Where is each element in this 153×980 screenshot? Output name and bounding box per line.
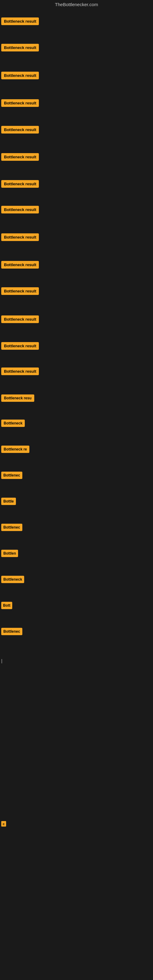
bottleneck-badge-15[interactable]: Bottleneck resu [1, 395, 34, 402]
list-item: Bottleneck result [1, 233, 39, 241]
bottleneck-badge-3[interactable]: Bottleneck result [1, 72, 39, 79]
bottleneck-badge-11[interactable]: Bottleneck result [1, 287, 39, 295]
bottleneck-badge-26[interactable]: c [1, 821, 6, 827]
list-item: Bottleneck result [1, 180, 39, 188]
bottleneck-badge-14[interactable]: Bottleneck result [1, 368, 39, 375]
bottleneck-badge-21[interactable]: Bottlen [1, 550, 18, 557]
cursor-indicator: | [1, 659, 2, 663]
list-item: Bottleneck re [1, 445, 29, 453]
bottleneck-badge-17[interactable]: Bottleneck re [1, 445, 29, 453]
list-item: Bott [1, 602, 12, 609]
list-item: Bottle [1, 498, 16, 505]
list-item: Bottleneck result [1, 44, 39, 51]
bottleneck-badge-7[interactable]: Bottleneck result [1, 180, 39, 188]
list-item: Bottleneck result [1, 342, 39, 350]
bottleneck-badge-9[interactable]: Bottleneck result [1, 233, 39, 241]
list-item: Bottlenec [1, 524, 22, 531]
list-item: Bottlenec [1, 628, 22, 635]
bottleneck-badge-12[interactable]: Bottleneck result [1, 315, 39, 323]
list-item: Bottleneck result [1, 153, 39, 161]
small-char-indicator: c [1, 821, 6, 827]
list-item: Bottleneck result [1, 368, 39, 375]
list-item: Bottleneck result [1, 99, 39, 107]
list-item: Bottleneck resu [1, 395, 34, 402]
bottleneck-badge-6[interactable]: Bottleneck result [1, 153, 39, 161]
bottleneck-badge-8[interactable]: Bottleneck result [1, 206, 39, 213]
list-item: Bottleneck [1, 576, 24, 583]
list-item: Bottlenec [1, 472, 22, 479]
site-title: TheBottlenecker.com [0, 0, 153, 9]
list-item: Bottleneck result [1, 72, 39, 79]
list-item: Bottleneck result [1, 261, 39, 269]
list-item: Bottleneck result [1, 126, 39, 134]
list-item: Bottleneck [1, 420, 25, 427]
bottleneck-badge-20[interactable]: Bottlenec [1, 524, 22, 531]
list-item: Bottleneck result [1, 18, 39, 25]
bottleneck-badge-1[interactable]: Bottleneck result [1, 18, 39, 25]
list-item: Bottleneck result [1, 287, 39, 295]
bottleneck-badge-18[interactable]: Bottlenec [1, 472, 22, 479]
bottleneck-badge-4[interactable]: Bottleneck result [1, 99, 39, 107]
bottleneck-badge-2[interactable]: Bottleneck result [1, 44, 39, 51]
bottleneck-badge-13[interactable]: Bottleneck result [1, 342, 39, 350]
bottleneck-badge-16[interactable]: Bottleneck [1, 420, 25, 427]
list-item: Bottleneck result [1, 315, 39, 323]
bottleneck-badge-5[interactable]: Bottleneck result [1, 126, 39, 134]
bottleneck-badge-23[interactable]: Bott [1, 602, 12, 609]
bottleneck-badge-22[interactable]: Bottleneck [1, 576, 24, 583]
bottleneck-badge-10[interactable]: Bottleneck result [1, 261, 39, 269]
list-item: Bottlen [1, 550, 18, 557]
bottleneck-badge-24[interactable]: Bottlenec [1, 628, 22, 635]
bottleneck-badge-19[interactable]: Bottle [1, 498, 16, 505]
list-item: Bottleneck result [1, 206, 39, 213]
